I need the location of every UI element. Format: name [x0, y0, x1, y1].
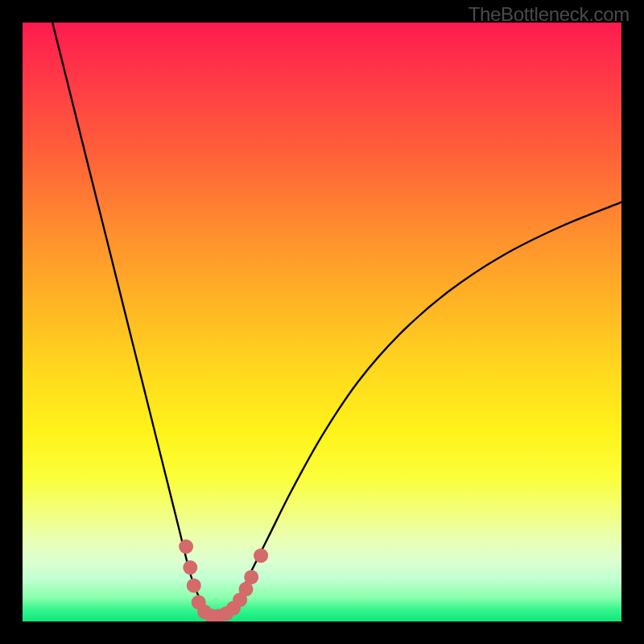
- marker-dot: [187, 578, 201, 592]
- marker-dot: [179, 539, 193, 554]
- chart-svg: [23, 23, 621, 621]
- marker-group: [179, 539, 268, 621]
- marker-dot: [244, 570, 258, 584]
- marker-dot: [183, 560, 197, 575]
- curve-path: [52, 23, 621, 616]
- marker-dot: [254, 548, 268, 563]
- chart-frame: TheBottleneck.com: [0, 0, 644, 644]
- plot-area: [23, 23, 621, 621]
- watermark-text: TheBottleneck.com: [469, 3, 630, 26]
